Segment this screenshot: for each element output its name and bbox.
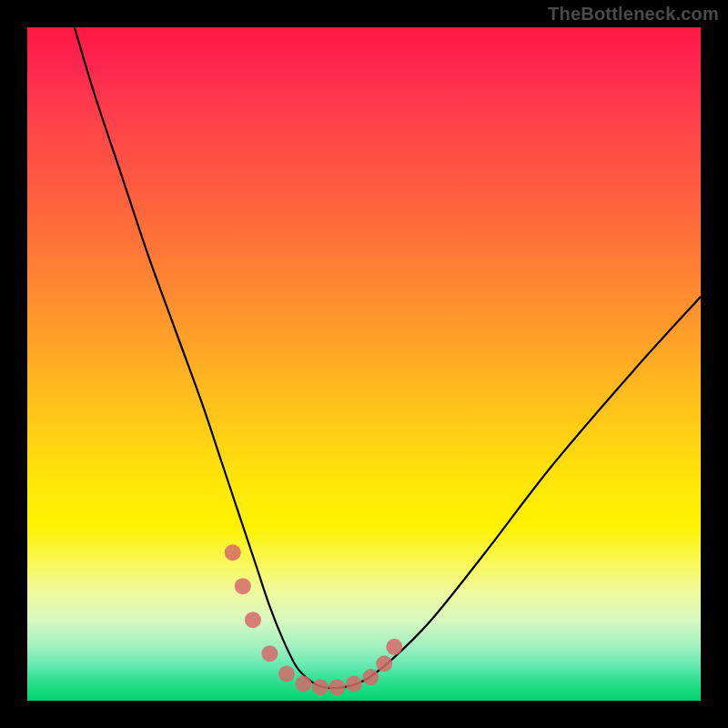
highlight-dot xyxy=(329,679,345,695)
highlight-dot xyxy=(245,612,261,628)
bottleneck-curve-line xyxy=(75,27,701,688)
watermark-text: TheBottleneck.com xyxy=(548,4,719,25)
highlight-dot xyxy=(346,676,362,693)
highlight-dots-group xyxy=(225,544,403,695)
highlight-dot xyxy=(235,578,251,594)
highlight-dot xyxy=(261,645,278,662)
highlight-dot xyxy=(376,655,392,672)
highlight-dot xyxy=(386,639,402,655)
chart-frame: TheBottleneck.com xyxy=(0,0,728,728)
plot-area xyxy=(27,27,701,701)
highlight-dot xyxy=(278,665,295,682)
curve-svg xyxy=(27,27,701,701)
highlight-dot xyxy=(362,669,379,685)
highlight-dot xyxy=(225,544,241,561)
curve-path xyxy=(75,27,701,688)
highlight-dot xyxy=(295,676,311,693)
highlight-dot xyxy=(312,679,329,695)
